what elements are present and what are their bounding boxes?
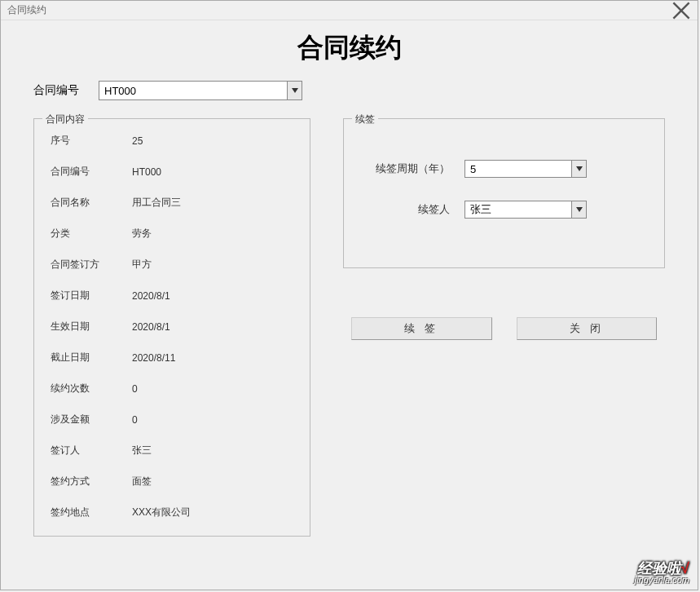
columns: 合同内容 序号25合同编号HT000合同名称用工合同三分类劳务合同签订方甲方签订… — [33, 118, 665, 537]
dialog-window: 合同续约 合同续约 合同编号 HT000 合同内容 序号25合同编号HT000合… — [0, 0, 698, 590]
window-title: 合同续约 — [7, 3, 671, 17]
contract-content-legend: 合同内容 — [42, 113, 88, 126]
field-label: 分类 — [51, 227, 132, 241]
titlebar: 合同续约 — [1, 1, 698, 20]
field-row: 签约方式面签 — [51, 475, 293, 488]
chevron-down-icon[interactable] — [571, 201, 586, 218]
contract-number-label: 合同编号 — [33, 83, 90, 98]
field-value: 2020/8/11 — [132, 352, 293, 364]
content-area: 合同续约 合同编号 HT000 合同内容 序号25合同编号HT000合同名称用工… — [1, 20, 698, 553]
field-row: 涉及金额0 — [51, 413, 293, 426]
field-label: 签订人 — [51, 444, 132, 457]
field-row: 截止日期2020/8/11 — [51, 351, 293, 364]
field-row: 序号25 — [51, 134, 293, 148]
page-title: 合同续约 — [33, 30, 665, 66]
field-row: 合同签订方甲方 — [51, 258, 293, 272]
watermark-text: 经验啦√ — [635, 561, 689, 576]
button-row: 续 签 关 闭 — [343, 317, 665, 340]
field-value: 0 — [132, 414, 293, 426]
field-value: 劳务 — [132, 227, 293, 241]
field-label: 合同编号 — [51, 165, 132, 179]
contract-number-row: 合同编号 HT000 — [33, 81, 665, 100]
field-label: 序号 — [51, 134, 132, 148]
close-button[interactable]: 关 闭 — [517, 317, 658, 340]
field-value: 用工合同三 — [132, 196, 293, 210]
chevron-down-icon[interactable] — [287, 82, 302, 99]
field-label: 签约地点 — [51, 506, 132, 519]
field-label: 合同名称 — [51, 196, 132, 210]
svg-marker-3 — [576, 166, 583, 171]
field-label: 生效日期 — [51, 320, 132, 334]
field-row: 签订日期2020/8/1 — [51, 289, 293, 303]
field-row: 续约次数0 — [51, 382, 293, 395]
renew-person-row: 续签人 张三 — [367, 201, 641, 219]
field-value: 面签 — [132, 475, 293, 488]
field-value: 0 — [132, 383, 293, 395]
check-icon: √ — [681, 560, 689, 577]
field-label: 截止日期 — [51, 351, 132, 364]
close-icon[interactable] — [671, 2, 691, 19]
field-value: 张三 — [132, 444, 293, 457]
renew-period-row: 续签周期（年） 5 — [367, 160, 641, 178]
svg-marker-4 — [576, 207, 583, 212]
field-label: 合同签订方 — [51, 258, 132, 272]
watermark-url: jingyanla.com — [635, 576, 689, 585]
renew-person-label: 续签人 — [367, 202, 464, 217]
field-row: 合同编号HT000 — [51, 165, 293, 179]
field-label: 签订日期 — [51, 289, 132, 303]
chevron-down-icon[interactable] — [571, 161, 586, 177]
field-label: 签约方式 — [51, 475, 132, 488]
contract-number-value: HT000 — [99, 82, 287, 99]
svg-marker-2 — [292, 88, 298, 93]
renew-period-value: 5 — [465, 161, 571, 177]
field-row: 分类劳务 — [51, 227, 293, 241]
field-value: HT000 — [132, 166, 293, 178]
field-row: 签约地点XXX有限公司 — [51, 506, 293, 519]
renew-button[interactable]: 续 签 — [351, 317, 492, 340]
contract-number-select[interactable]: HT000 — [99, 81, 302, 100]
contract-content-group: 合同内容 序号25合同编号HT000合同名称用工合同三分类劳务合同签订方甲方签订… — [33, 118, 310, 537]
field-row: 生效日期2020/8/1 — [51, 320, 293, 334]
field-value: 甲方 — [132, 258, 293, 272]
renew-period-label: 续签周期（年） — [367, 161, 464, 176]
right-column: 续签 续签周期（年） 5 续签人 张三 — [343, 118, 665, 537]
renew-legend: 续签 — [352, 113, 378, 126]
field-label: 续约次数 — [51, 382, 132, 395]
watermark: 经验啦√ jingyanla.com — [635, 561, 689, 585]
renew-person-value: 张三 — [465, 201, 571, 218]
field-value: 25 — [132, 135, 293, 147]
field-label: 涉及金额 — [51, 413, 132, 426]
renew-group: 续签 续签周期（年） 5 续签人 张三 — [343, 118, 665, 268]
renew-person-select[interactable]: 张三 — [464, 201, 587, 219]
field-value: XXX有限公司 — [132, 506, 293, 519]
field-value: 2020/8/1 — [132, 321, 293, 333]
field-value: 2020/8/1 — [132, 290, 293, 302]
renew-period-select[interactable]: 5 — [464, 160, 587, 178]
field-row: 合同名称用工合同三 — [51, 196, 293, 210]
field-row: 签订人张三 — [51, 444, 293, 457]
